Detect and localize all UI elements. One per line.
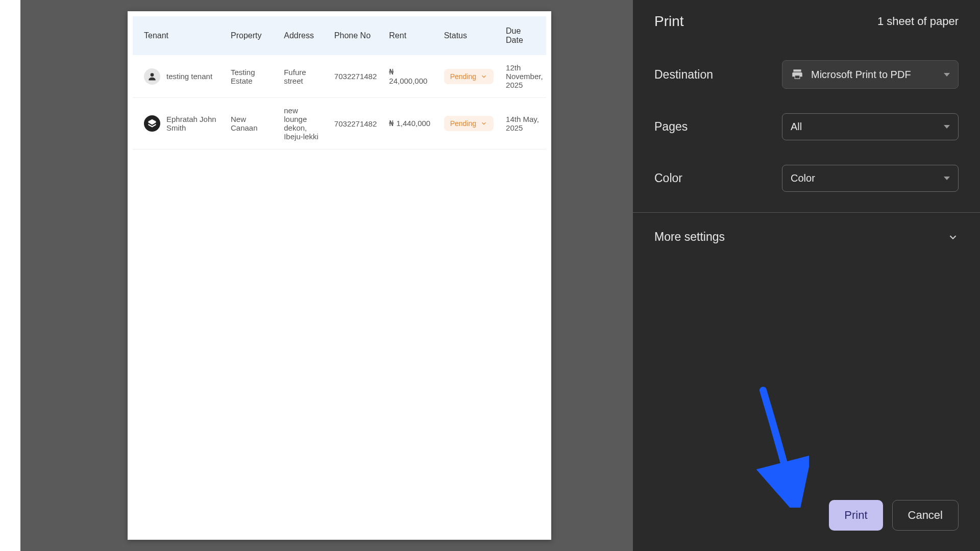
sheet-count: 1 sheet of paper [877, 15, 959, 28]
destination-label: Destination [654, 68, 782, 82]
logo-icon [144, 115, 160, 132]
chevron-down-icon [480, 73, 487, 80]
address-cell: Fufure street [278, 55, 328, 98]
color-label: Color [654, 171, 782, 185]
divider [633, 212, 980, 213]
due-cell: 12th November, 2025 [500, 55, 546, 98]
print-button[interactable]: Print [829, 500, 883, 531]
destination-value: Microsoft Print to PDF [811, 69, 911, 81]
header-tenant: Tenant [133, 16, 225, 55]
caret-down-icon [944, 125, 950, 129]
caret-down-icon [944, 73, 950, 77]
phone-cell: 7032271482 [328, 98, 383, 149]
header-due: Due Date [500, 16, 546, 55]
print-preview-pane: Tenant Property Address Phone No Rent St… [20, 0, 633, 551]
header-phone: Phone No [328, 16, 383, 55]
status-text: Pending [450, 72, 476, 81]
pages-label: Pages [654, 120, 782, 134]
table-row: Ephratah John Smith New Canaan new loung… [133, 98, 546, 149]
caret-down-icon [944, 177, 950, 180]
header-property: Property [225, 16, 278, 55]
status-badge: Pending [444, 69, 494, 84]
svg-point-0 [151, 73, 154, 77]
rent-cell: ₦ 1,440,000 [383, 98, 437, 149]
printer-icon [791, 68, 804, 81]
tenant-name: testing tenant [166, 72, 212, 81]
table-header-row: Tenant Property Address Phone No Rent St… [133, 16, 546, 55]
pages-value: All [791, 121, 802, 133]
chevron-down-icon [480, 120, 487, 127]
status-text: Pending [450, 119, 476, 128]
rent-cell: ₦ 24,000,000 [383, 55, 437, 98]
color-dropdown[interactable]: Color [782, 165, 959, 192]
print-settings-pane: Print 1 sheet of paper Destination Micro… [633, 0, 980, 551]
print-dialog: Tenant Property Address Phone No Rent St… [20, 0, 980, 551]
print-title: Print [654, 13, 684, 30]
address-cell: new lounge dekon, Ibeju-lekki [278, 98, 328, 149]
cancel-button[interactable]: Cancel [892, 500, 959, 531]
person-icon [144, 68, 160, 85]
table-row: testing tenant Testing Estate Fufure str… [133, 55, 546, 98]
preview-page: Tenant Property Address Phone No Rent St… [128, 11, 551, 540]
due-cell: 14th May, 2025 [500, 98, 546, 149]
tenant-name: Ephratah John Smith [166, 115, 218, 132]
more-settings-toggle[interactable]: More settings [654, 217, 959, 257]
tenants-table: Tenant Property Address Phone No Rent St… [133, 16, 546, 149]
status-badge: Pending [444, 116, 494, 131]
pages-dropdown[interactable]: All [782, 113, 959, 140]
more-settings-label: More settings [654, 230, 725, 244]
chevron-down-icon [947, 232, 959, 243]
destination-dropdown[interactable]: Microsoft Print to PDF [782, 60, 959, 89]
phone-cell: 7032271482 [328, 55, 383, 98]
property-cell: Testing Estate [225, 55, 278, 98]
property-cell: New Canaan [225, 98, 278, 149]
header-address: Address [278, 16, 328, 55]
header-status: Status [438, 16, 500, 55]
color-value: Color [791, 172, 815, 184]
header-rent: Rent [383, 16, 437, 55]
